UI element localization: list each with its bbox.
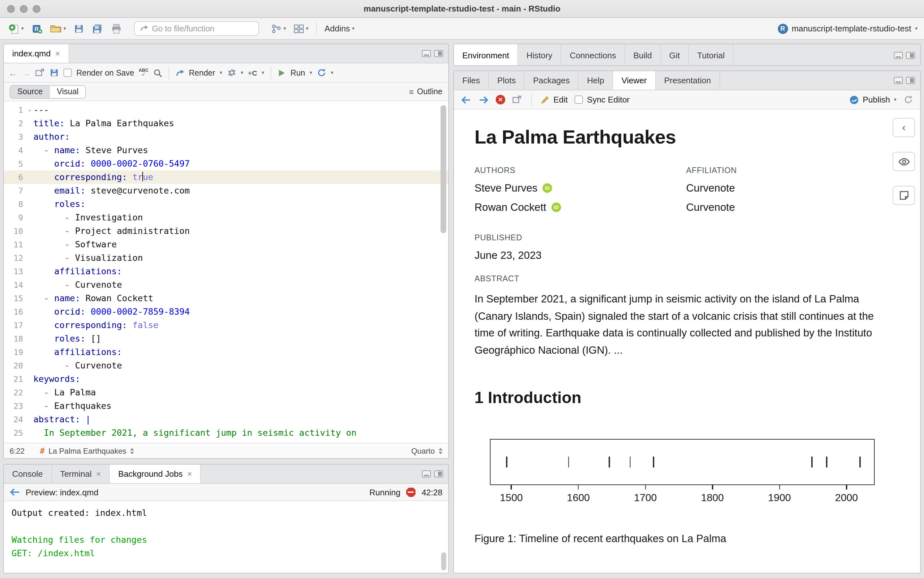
run-button[interactable]: Run <box>291 68 305 77</box>
render-icon[interactable] <box>176 69 184 76</box>
open-in-new-window-icon[interactable] <box>35 68 45 77</box>
tab-plots[interactable]: Plots <box>489 71 525 90</box>
back-icon[interactable] <box>461 96 471 104</box>
code-line-17[interactable]: 17 corresponding: false <box>4 318 448 332</box>
close-tab-icon[interactable]: × <box>187 469 192 479</box>
addins-menu[interactable]: Addins ▾ <box>322 23 356 35</box>
tab-files[interactable]: Files <box>454 71 489 90</box>
tab-build[interactable]: Build <box>625 44 661 66</box>
minimize-pane-icon[interactable] <box>422 50 431 57</box>
render-on-save-checkbox[interactable] <box>63 68 72 77</box>
outline-button[interactable]: ≡ Outline <box>409 87 442 96</box>
run-icon[interactable] <box>278 69 286 76</box>
code-line-8[interactable]: 8 roles: <box>4 197 448 211</box>
edit-button[interactable]: Edit <box>540 95 568 104</box>
open-file-button[interactable]: ▾ <box>48 23 68 35</box>
code-line-20[interactable]: 20 - Curvenote <box>4 359 448 372</box>
orcid-icon[interactable]: iD <box>551 203 561 212</box>
annotate-button[interactable] <box>893 186 915 205</box>
open-in-new-window-icon[interactable] <box>512 96 522 104</box>
close-tab-icon[interactable]: × <box>96 469 101 479</box>
tab-console[interactable]: Console <box>4 464 52 483</box>
tab-connections[interactable]: Connections <box>561 44 625 66</box>
close-window-button[interactable] <box>7 5 15 13</box>
sync-editor-checkbox[interactable] <box>575 96 583 104</box>
refresh-icon[interactable] <box>903 95 913 104</box>
tab-viewer[interactable]: Viewer <box>613 71 656 90</box>
goto-file-search[interactable] <box>134 21 259 36</box>
scrollbar-thumb[interactable] <box>441 105 446 233</box>
scrollbar-thumb[interactable] <box>441 552 446 570</box>
maximize-pane-icon[interactable] <box>434 50 443 57</box>
sync-editor-toggle[interactable]: Sync Editor <box>575 95 630 104</box>
save-all-button[interactable] <box>90 22 105 35</box>
rerun-icon[interactable] <box>317 68 326 78</box>
code-line-10[interactable]: 10 - Project administration <box>4 224 448 238</box>
minimize-pane-icon[interactable] <box>894 52 903 58</box>
new-project-button[interactable]: R <box>29 22 44 35</box>
minimize-window-button[interactable] <box>20 5 28 13</box>
code-line-23[interactable]: 23 - Earthquakes <box>4 399 448 413</box>
code-line-26[interactable]: 26 the island of La Palma (Canary Island… <box>4 440 448 443</box>
tab-history[interactable]: History <box>518 44 561 66</box>
code-line-2[interactable]: 2title: La Palma Earthquakes <box>4 117 448 130</box>
tab-presentation[interactable]: Presentation <box>656 71 720 90</box>
workspace-panes-button[interactable]: ▾ <box>292 23 310 34</box>
code-line-6[interactable]: 6 corresponding: true <box>4 170 448 184</box>
close-tab-icon[interactable]: × <box>55 49 60 58</box>
tab-background-jobs[interactable]: Background Jobs× <box>110 464 201 483</box>
code-line-11[interactable]: 11 - Software <box>4 238 448 251</box>
forward-icon[interactable] <box>478 96 489 104</box>
new-file-button[interactable]: ▾ <box>7 22 26 35</box>
tab-git[interactable]: Git <box>661 44 689 66</box>
code-line-3[interactable]: 3author: <box>4 130 448 143</box>
maximize-pane-icon[interactable] <box>434 470 443 477</box>
insert-chunk-icon[interactable]: +C <box>248 69 257 76</box>
search-icon[interactable] <box>153 68 162 77</box>
code-line-16[interactable]: 16 orcid: 0000-0002-7859-8394 <box>4 305 448 318</box>
tab-packages[interactable]: Packages <box>525 71 579 90</box>
tab-tutorial[interactable]: Tutorial <box>689 44 734 66</box>
viewer-content[interactable]: La Palma Earthquakes AUTHORS Steve Purve… <box>454 110 920 573</box>
version-control-button[interactable]: ▾ <box>269 22 288 35</box>
code-line-9[interactable]: 9 - Investigation <box>4 211 448 224</box>
clear-viewer-icon[interactable]: × <box>496 95 505 104</box>
render-button[interactable]: Render <box>189 68 215 77</box>
cursor-position[interactable]: 6:22 <box>10 446 25 455</box>
gear-icon[interactable] <box>227 68 236 78</box>
back-icon[interactable] <box>10 488 20 496</box>
tab-terminal[interactable]: Terminal× <box>52 464 110 483</box>
reader-view-button[interactable] <box>893 152 915 171</box>
stop-job-icon[interactable] <box>406 487 416 497</box>
project-menu[interactable]: R manuscript-template-rstudio-test ▾ <box>778 23 917 34</box>
code-line-4[interactable]: 4 - name: Steve Purves <box>4 143 448 157</box>
code-line-5[interactable]: 5 orcid: 0000-0002-0760-5497 <box>4 157 448 170</box>
tab-help[interactable]: Help <box>579 71 613 90</box>
save-button[interactable] <box>72 22 86 35</box>
maximize-pane-icon[interactable] <box>906 52 915 58</box>
code-line-12[interactable]: 12 - Visualization <box>4 251 448 265</box>
orcid-icon[interactable]: iD <box>542 183 552 193</box>
goto-file-input[interactable] <box>152 24 242 33</box>
publish-button[interactable]: Publish ▾ <box>850 95 896 104</box>
minimize-pane-icon[interactable] <box>422 470 431 477</box>
back-icon[interactable]: ← <box>8 68 17 78</box>
editor-scrollbar[interactable] <box>441 104 447 440</box>
fold-arrow-icon[interactable]: ▾ <box>28 104 31 117</box>
code-editor[interactable]: 1▾---2title: La Palma Earthquakes3author… <box>4 101 448 443</box>
code-line-13[interactable]: 13 affiliations: <box>4 265 448 278</box>
collapse-rail-button[interactable]: ‹ <box>893 118 915 137</box>
code-line-24[interactable]: 24abstract: | <box>4 413 448 426</box>
code-line-18[interactable]: 18 roles: [] <box>4 332 448 346</box>
code-line-15[interactable]: 15 - name: Rowan Cockett <box>4 292 448 305</box>
code-line-21[interactable]: 21keywords: <box>4 372 448 386</box>
code-line-22[interactable]: 22 - La Palma <box>4 386 448 399</box>
visual-mode-button[interactable]: Visual <box>50 86 86 98</box>
section-navigator[interactable]: # La Palma Earthquakes <box>40 446 134 455</box>
code-line-14[interactable]: 14 - Curvenote <box>4 278 448 292</box>
source-mode-button[interactable]: Source <box>10 86 50 98</box>
code-line-25[interactable]: 25 In September 2021, a significant jump… <box>4 426 448 440</box>
code-line-7[interactable]: 7 email: steve@curvenote.com <box>4 184 448 197</box>
code-line-19[interactable]: 19 affiliations: <box>4 346 448 359</box>
spellcheck-icon[interactable]: ABC✓ <box>139 68 148 78</box>
